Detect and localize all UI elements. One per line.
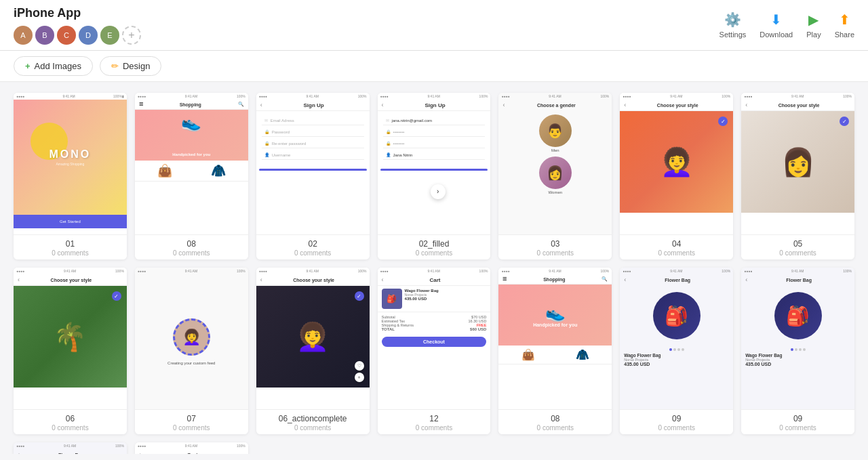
bag-title-09b: Flower Bag bbox=[747, 278, 850, 283]
share-label: Share bbox=[835, 30, 854, 39]
splash-tagline: Amazing Shopping bbox=[56, 162, 84, 166]
women-photo[interactable]: 👩 bbox=[539, 156, 572, 189]
card-comments-05: 0 comments bbox=[747, 249, 849, 257]
card-comments-01: 0 comments bbox=[19, 249, 121, 257]
card-12b[interactable]: ●●●●9:41 AM100% ‹ Cart 🎒 Wago Flower Bag… bbox=[135, 442, 248, 454]
checkout-button-12a[interactable]: Checkout bbox=[382, 337, 487, 347]
header-left: iPhone App A B C D E + bbox=[14, 6, 141, 45]
card-09a[interactable]: ●●●●9:41 AM100% ‹ Flower Bag 🎒 Wago Flow… bbox=[620, 268, 733, 434]
screens-grid: ●●●●9:41 AM100%▮ MONO Amazing Shopping G… bbox=[0, 82, 868, 454]
bag-img-09b: 🎒 bbox=[774, 292, 822, 339]
avatar-2[interactable]: B bbox=[35, 26, 54, 45]
card-preview-09a: ●●●●9:41 AM100% ‹ Flower Bag 🎒 Wago Flow… bbox=[620, 268, 733, 410]
header-actions: ⚙️ Settings ⬇ Download ▶ Play ⬆ Share bbox=[719, 12, 854, 39]
men-photo[interactable]: 👨 bbox=[539, 114, 572, 147]
card-06[interactable]: ●●●●9:41 AM100% ‹ Choose your style 🌴 ✓ … bbox=[14, 268, 127, 434]
action-btn-1[interactable]: ♡ bbox=[355, 361, 364, 371]
card-number-07: 07 bbox=[140, 414, 243, 423]
card-02filled[interactable]: ●●●●9:41 AM100% ‹ Sign Up ✉jana.nitrin@g… bbox=[378, 93, 491, 259]
share-button[interactable]: ⬆ Share bbox=[835, 12, 854, 39]
screen-09a: ●●●●9:41 AM100% ‹ Flower Bag 🎒 Wago Flow… bbox=[620, 268, 733, 409]
avatar-5[interactable]: E bbox=[100, 26, 119, 45]
card-12a[interactable]: ●●●●9:41 AM100% ‹ Cart 🎒 Wago Flower Bag… bbox=[378, 268, 491, 434]
settings-button[interactable]: ⚙️ Settings bbox=[719, 12, 747, 39]
add-collaborator-button[interactable]: + bbox=[122, 26, 141, 45]
cart-item-12a: 🎒 Wago Flower Bag Norse Projects 435.00 … bbox=[378, 286, 491, 312]
card-number-08a: 08 bbox=[140, 239, 243, 249]
email-field-02[interactable]: ✉Email Adress bbox=[262, 116, 364, 125]
card-number-05: 05 bbox=[747, 239, 849, 249]
card-number-02: 02 bbox=[262, 239, 364, 249]
download-button[interactable]: ⬇ Download bbox=[760, 12, 793, 39]
card-number-08b: 08 bbox=[504, 414, 606, 423]
card-09b[interactable]: ●●●●9:41 AM100% ‹ Flower Bag 🎒 Wago Flow… bbox=[741, 268, 854, 434]
reenter-field-filled[interactable]: 🔒•••••••• bbox=[383, 139, 486, 148]
card-07[interactable]: ●●●●9:41 AM100% 👩‍🦱 Creating your custom… bbox=[135, 268, 248, 434]
gender-title: Choose a gender bbox=[505, 103, 608, 108]
men-label: Men bbox=[498, 148, 612, 152]
signup-title-02: Sign Up bbox=[262, 102, 366, 108]
card-comments-03: 0 comments bbox=[504, 249, 606, 257]
card-05[interactable]: ●●●●9:41 AM100% ‹ Choose your style 👩 ✓ … bbox=[741, 93, 854, 259]
card-08a[interactable]: ●●●●9:41 AM100% ☰ Shopping 🔍 👟 Handpicke… bbox=[135, 93, 248, 259]
bag-title-09a: Flower Bag bbox=[626, 278, 729, 283]
search-icon-08b: 🔍 bbox=[601, 276, 608, 282]
reenter-field-02[interactable]: 🔒Re-enter password bbox=[262, 139, 364, 148]
card-number-03: 03 bbox=[504, 239, 606, 249]
handpicked-08b: Handpicked for you bbox=[533, 322, 577, 327]
mono-logo: MONO bbox=[50, 148, 92, 161]
card-08b[interactable]: ●●●●9:41 AM100% ☰ Shopping 🔍 👟 Handpicke… bbox=[498, 268, 612, 434]
card-preview-08b: ●●●●9:41 AM100% ☰ Shopping 🔍 👟 Handpicke… bbox=[498, 268, 612, 410]
action-btn-2[interactable]: ＋ bbox=[355, 373, 364, 382]
pencil-icon: ✏ bbox=[111, 61, 119, 71]
card-number-06: 06 bbox=[19, 414, 121, 423]
card-04[interactable]: ●●●●9:41 AM100% ‹ Choose your style 👩‍🦱 … bbox=[620, 93, 733, 259]
screen-08b: ●●●●9:41 AM100% ☰ Shopping 🔍 👟 Handpicke… bbox=[498, 268, 612, 409]
feed-avatar: 👩‍🦱 bbox=[173, 318, 210, 356]
card-footer-09b: 09 0 comments bbox=[741, 410, 854, 434]
card-preview-06ac: ●●●●9:41 AM100% ‹ Choose your style 👩‍🦱 … bbox=[256, 268, 370, 410]
password-field-02[interactable]: 🔒Password bbox=[262, 127, 364, 137]
menu-icon-08b: ☰ bbox=[502, 276, 507, 282]
screen-02filled: ●●●●9:41 AM100% ‹ Sign Up ✉jana.nitrin@g… bbox=[378, 93, 491, 234]
card-11[interactable]: ●●●●9:41 AM100% ‹ Flower Bag 🎒 Wago Flow… bbox=[14, 442, 127, 454]
design-button[interactable]: ✏ Design bbox=[100, 56, 161, 76]
card-comments-06ac: 0 comments bbox=[262, 424, 364, 432]
card-comments-12a: 0 comments bbox=[383, 424, 486, 432]
design-label: Design bbox=[123, 61, 150, 71]
card-02[interactable]: ●●●●9:41 AM100% ‹ Sign Up ✉Email Adress … bbox=[256, 93, 370, 259]
download-icon: ⬇ bbox=[770, 12, 782, 28]
add-images-label: Add Images bbox=[35, 61, 81, 71]
card-03[interactable]: ●●●●9:41 AM100% ‹ Choose a gender 👨 Men … bbox=[498, 93, 612, 259]
screen-11: ●●●●9:41 AM100% ‹ Flower Bag 🎒 Wago Flow… bbox=[14, 442, 127, 454]
card-preview-04: ●●●●9:41 AM100% ‹ Choose your style 👩‍🦱 … bbox=[620, 93, 733, 235]
card-01[interactable]: ●●●●9:41 AM100%▮ MONO Amazing Shopping G… bbox=[14, 93, 127, 259]
card-06ac[interactable]: ●●●●9:41 AM100% ‹ Choose your style 👩‍🦱 … bbox=[256, 268, 370, 434]
play-label: Play bbox=[806, 30, 821, 39]
card-comments-02filled: 0 comments bbox=[383, 249, 486, 257]
style-title-04: Choose your style bbox=[626, 103, 729, 108]
avatar-1[interactable]: A bbox=[14, 26, 33, 45]
card-footer-06ac: 06_actioncomplete 0 comments bbox=[256, 410, 370, 434]
card-footer-08b: 08 0 comments bbox=[498, 410, 612, 434]
password-field-filled[interactable]: 🔒•••••••• bbox=[383, 127, 486, 137]
play-icon: ▶ bbox=[808, 12, 818, 28]
email-field-filled[interactable]: ✉jana.nitrin@gmail.com bbox=[383, 116, 486, 125]
card-comments-04: 0 comments bbox=[625, 249, 728, 257]
avatar-4[interactable]: D bbox=[79, 26, 98, 45]
card-footer-12a: 12 0 comments bbox=[378, 410, 491, 434]
card-footer-07: 07 0 comments bbox=[135, 410, 248, 434]
selected-check-06ac: ✓ bbox=[355, 291, 364, 301]
splash-cta: Get Started bbox=[14, 215, 127, 228]
share-icon: ⬆ bbox=[839, 12, 850, 28]
username-field-filled[interactable]: 👤Jana Nitrin bbox=[383, 150, 486, 160]
cart-summary-12a: Subtotal$70 USD Estimated Tax16.30 USD S… bbox=[378, 312, 491, 334]
submit-button[interactable]: › bbox=[431, 184, 446, 199]
bag-info-09b: Wago Flower Bag Norse Projects 435.00 US… bbox=[741, 353, 854, 367]
add-images-button[interactable]: + Add Images bbox=[14, 56, 93, 76]
username-field-02[interactable]: 👤Username bbox=[262, 150, 364, 160]
card-preview-12a: ●●●●9:41 AM100% ‹ Cart 🎒 Wago Flower Bag… bbox=[378, 268, 491, 410]
avatar-3[interactable]: C bbox=[57, 26, 76, 45]
bag-title-11: Flower Bag bbox=[20, 453, 123, 455]
play-button[interactable]: ▶ Play bbox=[806, 12, 821, 39]
